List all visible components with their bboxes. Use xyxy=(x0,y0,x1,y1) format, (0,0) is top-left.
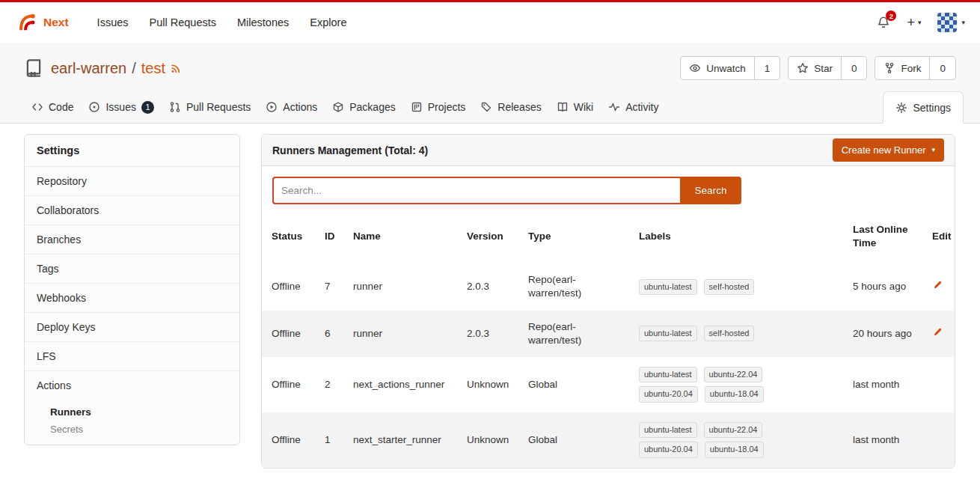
fork-button[interactable]: Fork 0 xyxy=(875,56,956,80)
runner-version: Unknown xyxy=(461,357,522,412)
unwatch-button[interactable]: Unwatch 1 xyxy=(680,56,780,80)
sidebar-item-actions[interactable]: Actions xyxy=(25,370,239,400)
search-input[interactable] xyxy=(272,177,680,204)
panel-title: Runners Management (Total: 4) xyxy=(272,144,428,156)
sidebar-item-lfs[interactable]: LFS xyxy=(25,341,239,370)
runner-name: next_starter_runner xyxy=(347,412,461,468)
project-board-icon xyxy=(411,101,423,113)
tab-code[interactable]: Code xyxy=(24,91,81,123)
runner-last-online: last month xyxy=(847,357,926,412)
navbar-right: 2 + ▾ ▾ xyxy=(877,13,965,32)
label-badge: ubuntu-22.04 xyxy=(704,367,763,382)
star-button[interactable]: Star 0 xyxy=(788,56,867,80)
repo-owner-link[interactable]: earl-warren xyxy=(51,60,126,77)
repo-action-buttons: Unwatch 1 Star 0 xyxy=(680,56,956,80)
issue-icon xyxy=(88,101,100,113)
create-runner-label: Create new Runner xyxy=(842,144,926,156)
tab-wiki[interactable]: Wiki xyxy=(549,91,601,123)
runner-labels: ubuntu-latest self-hosted xyxy=(639,279,788,295)
runner-version: Unknown xyxy=(461,412,522,468)
star-icon xyxy=(797,62,809,74)
watchers-count[interactable]: 1 xyxy=(754,57,780,79)
brand-name: Next xyxy=(43,16,69,29)
column-status: Status xyxy=(262,209,319,263)
rss-feed-icon[interactable] xyxy=(170,62,182,74)
runner-row: Offline 1 next_starter_runner Unknown Gl… xyxy=(262,412,955,468)
label-badge: ubuntu-20.04 xyxy=(639,442,698,457)
repo-tab-bar: Code Issues 1 Pull Requests Actions Pack… xyxy=(0,91,980,123)
tab-projects[interactable]: Projects xyxy=(403,91,474,123)
home-link[interactable]: Next xyxy=(15,11,69,34)
runner-id: 2 xyxy=(319,357,347,412)
panel-header: Runners Management (Total: 4) Create new… xyxy=(262,135,955,166)
table-header-row: Status ID Name Version Type Labels Last … xyxy=(262,209,955,263)
sidebar-item-repository[interactable]: Repository xyxy=(25,166,239,195)
nav-pull-requests[interactable]: Pull Requests xyxy=(139,16,227,28)
tab-settings[interactable]: Settings xyxy=(883,91,964,123)
tab-label: Actions xyxy=(283,101,317,113)
tab-label: Code xyxy=(49,101,73,113)
runner-row: Offline 7 runner 2.0.3 Repo(earl-warren/… xyxy=(262,263,955,310)
search-button[interactable]: Search xyxy=(680,177,741,204)
sidebar-item-webhooks[interactable]: Webhooks xyxy=(25,283,239,312)
fork-icon xyxy=(883,62,895,74)
runner-status: Offline xyxy=(262,357,319,412)
forgejo-logo-icon xyxy=(15,11,37,34)
pencil-icon xyxy=(932,326,943,338)
sidebar-item-tags[interactable]: Tags xyxy=(25,254,239,283)
tab-issues[interactable]: Issues 1 xyxy=(81,91,161,123)
settings-sidebar: Settings Repository Collaborators Branch… xyxy=(24,134,240,445)
navbar: Next Issues Pull Requests Milestones Exp… xyxy=(0,2,980,43)
sidebar-item-runners[interactable]: Runners xyxy=(25,400,239,421)
tab-label: Activity xyxy=(625,101,658,113)
star-label: Star xyxy=(814,63,833,74)
sidebar-item-secrets[interactable]: Secrets xyxy=(25,421,239,445)
pulse-icon xyxy=(608,101,620,113)
runner-labels: ubuntu-latest self-hosted xyxy=(639,326,788,341)
runner-type: Repo(earl-warren/test) xyxy=(522,263,633,310)
forks-count[interactable]: 0 xyxy=(929,57,955,79)
issues-count-badge: 1 xyxy=(141,101,154,114)
tab-label: Pull Requests xyxy=(186,101,251,113)
repo-name-link[interactable]: test xyxy=(141,60,165,77)
edit-runner-button[interactable] xyxy=(932,326,943,338)
tab-label: Settings xyxy=(913,102,951,114)
create-runner-button[interactable]: Create new Runner ▾ xyxy=(833,138,944,162)
column-id: ID xyxy=(319,209,347,263)
tab-activity[interactable]: Activity xyxy=(601,91,666,123)
runner-id: 7 xyxy=(319,263,347,310)
sidebar-item-deploy-keys[interactable]: Deploy Keys xyxy=(25,312,239,341)
tab-packages[interactable]: Packages xyxy=(325,91,402,123)
fork-label: Fork xyxy=(901,63,921,74)
runner-name: runner xyxy=(347,311,461,357)
chevron-down-icon: ▾ xyxy=(961,19,965,26)
runner-status: Offline xyxy=(262,311,319,357)
sidebar-title: Settings xyxy=(25,135,239,166)
tab-pull-requests[interactable]: Pull Requests xyxy=(162,91,258,123)
gear-icon xyxy=(895,102,907,114)
runner-type: Global xyxy=(522,412,633,468)
label-badge: ubuntu-18.04 xyxy=(705,442,764,457)
notifications-button[interactable]: 2 xyxy=(877,16,890,29)
tab-label: Packages xyxy=(349,101,395,113)
plus-icon: + xyxy=(907,15,915,31)
user-menu-button[interactable]: ▾ xyxy=(937,13,965,32)
runner-row: Offline 6 runner 2.0.3 Repo(earl-warren/… xyxy=(262,311,955,357)
column-last-online: Last Online Time xyxy=(847,209,926,263)
create-new-button[interactable]: + ▾ xyxy=(907,15,921,31)
avatar xyxy=(937,13,957,32)
tab-actions[interactable]: Actions xyxy=(258,91,325,123)
column-type: Type xyxy=(522,209,633,263)
sidebar-item-collaborators[interactable]: Collaborators xyxy=(25,195,239,225)
tab-releases[interactable]: Releases xyxy=(473,91,548,123)
sidebar-item-branches[interactable]: Branches xyxy=(25,225,239,254)
label-badge: self-hosted xyxy=(704,326,755,341)
tab-label: Releases xyxy=(497,101,541,113)
nav-explore[interactable]: Explore xyxy=(299,16,357,28)
label-badge: ubuntu-20.04 xyxy=(639,386,698,402)
edit-runner-button[interactable] xyxy=(932,279,943,290)
nav-milestones[interactable]: Milestones xyxy=(227,16,299,28)
nav-issues[interactable]: Issues xyxy=(87,16,139,28)
stars-count[interactable]: 0 xyxy=(841,57,867,79)
label-badge: ubuntu-18.04 xyxy=(705,386,764,402)
